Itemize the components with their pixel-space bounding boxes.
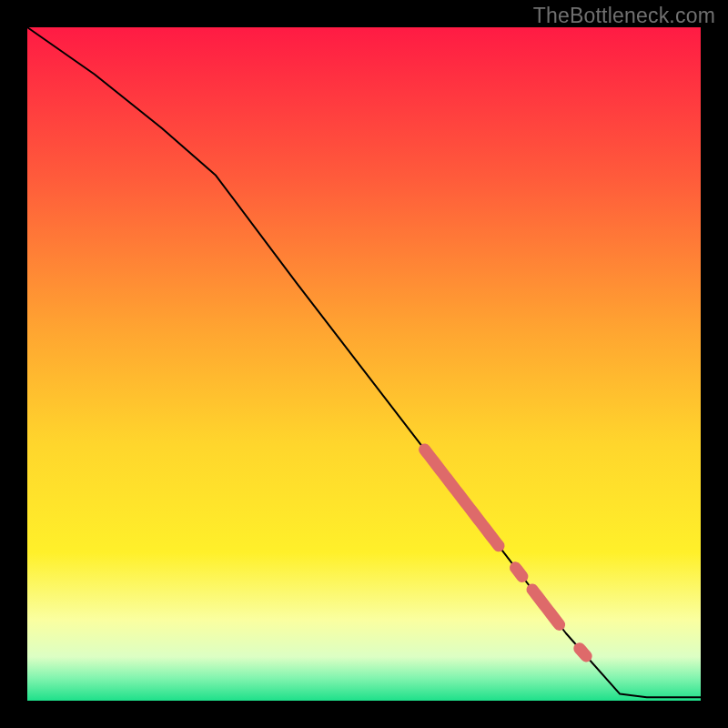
curve-line [27,27,701,697]
highlight-segment [532,590,560,624]
watermark-text: TheBottleneck.com [533,4,715,28]
highlight-segment [580,649,586,656]
highlight-markers [425,450,587,656]
chart-stage: TheBottleneck.com [0,0,728,728]
highlight-segment [516,568,522,577]
highlight-segment [425,450,499,546]
chart-overlay [27,27,701,701]
